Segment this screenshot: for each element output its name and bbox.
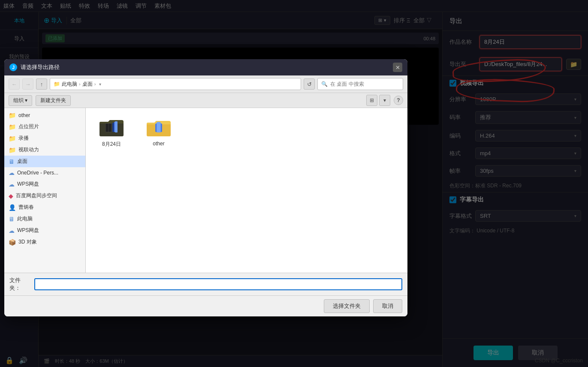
nav-folder-icon-wps: ☁ [9, 181, 15, 188]
dialog-body: 📁 other 📁 点位照片 📁 录播 📁 视联动力 🖥 桌面 [4, 108, 407, 273]
dialog-titlebar: J 请选择导出路径 ✕ [4, 59, 407, 75]
nav-item-desktop[interactable]: 🖥 桌面 [4, 156, 85, 167]
dialog-close-button[interactable]: ✕ [393, 63, 402, 72]
thumbnail-view-button[interactable]: ⊞ [366, 95, 377, 106]
nav-item-label-baidu: 百度网盘同步空间 [16, 192, 57, 199]
nav-item-label-recording: 录播 [18, 135, 29, 142]
path-bar: 📁 此电脑 › 桌面 › ▾ [50, 78, 301, 90]
organize-button[interactable]: 组织 ▾ [9, 95, 32, 106]
nav-item-label-onedrive: OneDrive - Pers... [17, 170, 58, 176]
dialog-filename-row: 文件夹： [4, 273, 407, 295]
dialog-action-bar: 组织 ▾ 新建文件夹 ⊞ ▾ ? [4, 93, 407, 108]
nav-item-onedrive[interactable]: ☁ OneDrive - Pers... [4, 167, 85, 178]
nav-folder-icon-user: 👤 [9, 204, 16, 211]
svg-rect-10 [157, 122, 160, 132]
search-icon: 🔍 [321, 81, 328, 87]
nav-folder-icon-recording: 📁 [9, 135, 16, 142]
help-button[interactable]: ? [394, 96, 403, 105]
nav-item-wps[interactable]: ☁ WPS网盘 [4, 178, 85, 190]
view-dropdown-button[interactable]: ▾ [379, 95, 390, 106]
path-desktop[interactable]: 桌面 [82, 81, 93, 88]
nav-up-button[interactable]: ↑ [36, 78, 47, 90]
dialog-nav: 📁 other 📁 点位照片 📁 录播 📁 视联动力 🖥 桌面 [4, 108, 86, 273]
folder-icon-aug24 [99, 117, 124, 138]
nav-item-label-other: other [18, 112, 30, 118]
file-name-aug24: 8月24日 [102, 141, 121, 148]
filename-input[interactable] [34, 278, 402, 290]
folder-icon-other [146, 117, 172, 138]
nav-item-other[interactable]: 📁 other [4, 110, 85, 121]
path-dropdown-button[interactable]: ▾ [99, 82, 101, 87]
dialog-select-folder-button[interactable]: 选择文件夹 [324, 299, 370, 313]
dialog-files: 8月24日 other [86, 108, 407, 273]
nav-folder-icon-mycomputer: 🖥 [9, 216, 15, 223]
dialog-overlay: J 请选择导出路径 ✕ ← → ↑ 📁 此电脑 › 桌面 › [0, 0, 588, 367]
nav-forward-button[interactable]: → [22, 78, 33, 90]
search-input[interactable] [330, 81, 399, 87]
nav-item-label-desktop: 桌面 [17, 158, 27, 165]
path-arrow-1: › [79, 81, 81, 87]
dialog-title-left: J 请选择导出路径 [9, 63, 60, 71]
nav-item-label-3d: 3D 对象 [18, 238, 37, 246]
dialog-app-icon: J [9, 63, 17, 71]
nav-folder-icon-visionpower: 📁 [9, 147, 16, 153]
back-icon: ← [12, 81, 17, 87]
nav-item-label-user: 曹炳春 [18, 204, 34, 211]
path-arrow-2: › [94, 81, 96, 87]
nav-folder-icon-photos: 📁 [9, 123, 16, 130]
nav-folder-icon-other: 📁 [9, 112, 16, 119]
nav-folder-icon-onedrive: ☁ [9, 169, 15, 176]
filename-label: 文件夹： [9, 277, 31, 292]
nav-folder-icon-desktop: 🖥 [9, 158, 15, 165]
new-folder-button[interactable]: 新建文件夹 [36, 95, 71, 106]
nav-folder-icon-wps2: ☁ [9, 227, 15, 234]
nav-back-button[interactable]: ← [9, 78, 20, 90]
dialog-cancel-button[interactable]: 取消 [373, 299, 402, 313]
nav-item-baidu[interactable]: ◆ 百度网盘同步空间 [4, 190, 85, 202]
nav-item-label-photos: 点位照片 [18, 123, 39, 130]
forward-icon: → [25, 81, 31, 87]
nav-item-wps2[interactable]: ☁ WPS网盘 [4, 225, 85, 236]
refresh-icon: ↺ [307, 81, 312, 87]
nav-item-label-wps: WPS网盘 [17, 180, 39, 188]
file-item-other[interactable]: other [142, 117, 176, 148]
nav-item-3d[interactable]: 📦 3D 对象 [4, 236, 85, 248]
path-computer[interactable]: 此电脑 [62, 81, 77, 88]
up-icon: ↑ [40, 81, 43, 87]
nav-item-photos[interactable]: 📁 点位照片 [4, 121, 85, 132]
nav-item-label-visionpower: 视联动力 [18, 146, 39, 153]
nav-item-mycomputer[interactable]: 🖥 此电脑 [4, 213, 85, 225]
view-toggle: ⊞ ▾ [366, 95, 390, 106]
nav-item-user[interactable]: 👤 曹炳春 [4, 202, 85, 213]
nav-item-label-mycomputer: 此电脑 [17, 215, 33, 223]
nav-folder-icon-baidu: ◆ [9, 193, 13, 199]
svg-rect-6 [115, 121, 118, 132]
file-item-aug24[interactable]: 8月24日 [94, 117, 129, 148]
nav-item-recording[interactable]: 📁 录播 [4, 132, 85, 144]
file-name-other: other [153, 141, 164, 147]
file-dialog: J 请选择导出路径 ✕ ← → ↑ 📁 此电脑 › 桌面 › [4, 59, 407, 316]
nav-item-visionpower[interactable]: 📁 视联动力 [4, 144, 85, 156]
path-folder-icon: 📁 [54, 81, 60, 87]
dialog-title-text: 请选择导出路径 [21, 63, 60, 71]
dialog-toolbar: ← → ↑ 📁 此电脑 › 桌面 › ▾ ↺ 🔍 [4, 75, 407, 93]
refresh-button[interactable]: ↺ [304, 78, 315, 90]
nav-item-label-wps2: WPS网盘 [17, 227, 39, 234]
search-bar: 🔍 [317, 78, 403, 90]
dialog-bottom-buttons: 选择文件夹 取消 [4, 295, 407, 316]
nav-folder-icon-3d: 📦 [9, 239, 16, 246]
